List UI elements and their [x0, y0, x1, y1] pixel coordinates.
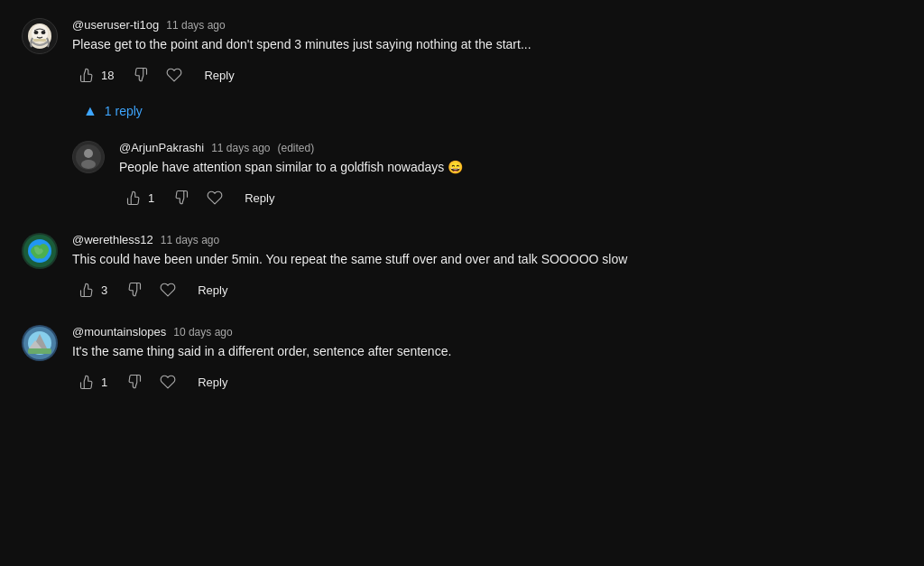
comment-body: @mountainslopes 10 days ago It's the sam… [72, 325, 888, 395]
replies-section: ▲ 1 reply @ArjunPakrashi [72, 96, 888, 211]
username: @werethless12 [72, 233, 153, 246]
heart-icon [166, 67, 182, 83]
svg-point-6 [84, 149, 93, 158]
like-button[interactable]: 1 [72, 368, 115, 395]
comment-text: Please get to the point and don't spend … [72, 35, 888, 54]
heart-icon [207, 190, 223, 206]
heart-icon [160, 374, 176, 390]
timestamp: 10 days ago [173, 326, 232, 339]
show-replies-button[interactable]: ▲ 1 reply [72, 96, 153, 126]
thumbs-down-icon [125, 282, 142, 298]
svg-rect-4 [33, 39, 46, 42]
avatar [22, 325, 58, 361]
heart-icon [160, 282, 176, 298]
reply-username: @ArjunPakrashi [119, 141, 204, 154]
thumbs-down-icon [172, 190, 189, 206]
comment-section: @useruser-ti1og 11 days ago Please get t… [22, 18, 888, 395]
reply-button[interactable]: Reply [197, 63, 241, 88]
dislike-button[interactable] [118, 276, 149, 303]
svg-rect-14 [28, 348, 51, 354]
comment-text: It's the same thing said in a different … [72, 342, 888, 361]
reply-text: People have attention span similar to a … [119, 158, 888, 177]
thumbs-down-icon [132, 67, 148, 83]
replies-count: 1 reply [105, 104, 143, 118]
dislike-button[interactable] [118, 368, 149, 395]
username: @mountainslopes [72, 325, 166, 339]
like-count: 1 [101, 376, 107, 389]
reply-avatar [72, 141, 105, 173]
comment-body: @werethless12 11 days ago This could hav… [72, 233, 888, 303]
reply-body: @ArjunPakrashi 11 days ago (edited) Peop… [119, 141, 888, 211]
heart-button[interactable] [152, 368, 183, 395]
svg-point-7 [81, 160, 96, 169]
svg-point-2 [34, 31, 39, 34]
timestamp: 11 days ago [161, 234, 219, 246]
heart-button[interactable] [152, 276, 183, 303]
reply-button[interactable]: Reply [190, 278, 235, 302]
reply-dislike-button[interactable] [165, 184, 196, 211]
svg-point-3 [42, 31, 46, 34]
comment-item: @werethless12 11 days ago This could hav… [22, 233, 888, 303]
reply-actions: 1 Rep [119, 184, 888, 211]
reply-heart-button[interactable] [199, 184, 230, 211]
heart-button[interactable] [159, 61, 189, 88]
edited-label: (edited) [278, 142, 315, 154]
reply-header: @ArjunPakrashi 11 days ago (edited) [119, 141, 888, 154]
reply-comment: @ArjunPakrashi 11 days ago (edited) Peop… [72, 141, 888, 211]
thumbs-up-icon [126, 190, 143, 206]
username: @useruser-ti1og [72, 18, 159, 32]
comment-text: This could have been under 5min. You rep… [72, 250, 888, 269]
comment-body: @useruser-ti1og 11 days ago Please get t… [72, 18, 888, 211]
comment-item: @useruser-ti1og 11 days ago Please get t… [22, 18, 888, 211]
thumbs-up-icon [79, 282, 96, 298]
avatar [22, 233, 58, 269]
like-count: 3 [101, 283, 107, 297]
like-button[interactable]: 3 [72, 276, 115, 303]
chevron-up-icon: ▲ [83, 103, 97, 119]
timestamp: 11 days ago [166, 19, 225, 32]
thumbs-up-icon [79, 374, 96, 390]
like-count: 18 [101, 69, 114, 82]
like-button[interactable]: 18 [72, 61, 121, 88]
dislike-button[interactable] [125, 61, 155, 88]
reply-button[interactable]: Reply [190, 370, 235, 394]
comment-header: @mountainslopes 10 days ago [72, 325, 888, 339]
comment-actions: 1 Reply [72, 368, 888, 395]
comment-header: @useruser-ti1og 11 days ago [72, 18, 888, 32]
reply-like-button[interactable]: 1 [119, 184, 162, 211]
reply-timestamp: 11 days ago [211, 142, 270, 154]
comment-actions: 18 Reply [72, 61, 888, 88]
thumbs-up-icon [79, 67, 96, 83]
avatar [22, 18, 58, 54]
nested-reply-button[interactable]: Reply [237, 186, 282, 210]
reply-like-count: 1 [148, 191, 154, 205]
comment-item: @mountainslopes 10 days ago It's the sam… [22, 325, 888, 395]
comment-actions: 3 Reply [72, 276, 888, 303]
thumbs-down-icon [125, 374, 142, 390]
comment-header: @werethless12 11 days ago [72, 233, 888, 246]
